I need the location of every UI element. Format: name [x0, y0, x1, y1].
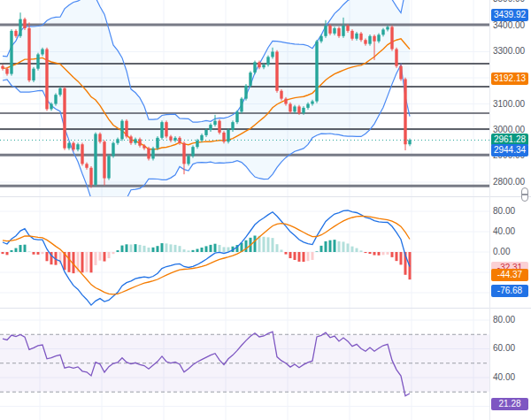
trading-chart: 3500.00 3400.00 3300.00 3100.00 3000.00 …	[0, 0, 531, 420]
rsi-pane[interactable]	[0, 332, 489, 396]
macd-tick: 80.00	[493, 207, 515, 216]
bb-upper-value-badge: 3439.92	[491, 9, 528, 21]
bb-lower-value-badge: 2944.34	[491, 144, 528, 157]
price-tick: 3100.00	[493, 100, 525, 109]
price-tick: 3400.00	[493, 21, 525, 30]
pane-separator[interactable]	[0, 196, 531, 197]
price-tick: 2800.00	[493, 178, 525, 187]
rsi-tick: 60.00	[493, 344, 515, 353]
bb-basis-value-badge: 3192.13	[491, 73, 528, 85]
rsi-tick: 80.00	[493, 316, 515, 325]
price-pane[interactable]	[0, 0, 489, 210]
rsi-tick: 40.00	[493, 373, 515, 382]
price-tick: 3300.00	[493, 47, 525, 56]
pane-separator[interactable]	[0, 308, 531, 309]
price-axis-border	[489, 0, 490, 420]
macd-tick: 40.00	[493, 227, 515, 236]
macd-line-value-badge: -76.68	[491, 285, 528, 297]
macd-tick: 0.00	[493, 248, 510, 256]
macd-signal-value-badge: -44.37	[491, 269, 528, 281]
price-tick: 3500.00	[493, 0, 525, 4]
rsi-value-badge: 21.28	[491, 398, 528, 410]
chart-canvas[interactable]	[0, 0, 531, 420]
pane-resize-handle[interactable]	[521, 187, 528, 202]
